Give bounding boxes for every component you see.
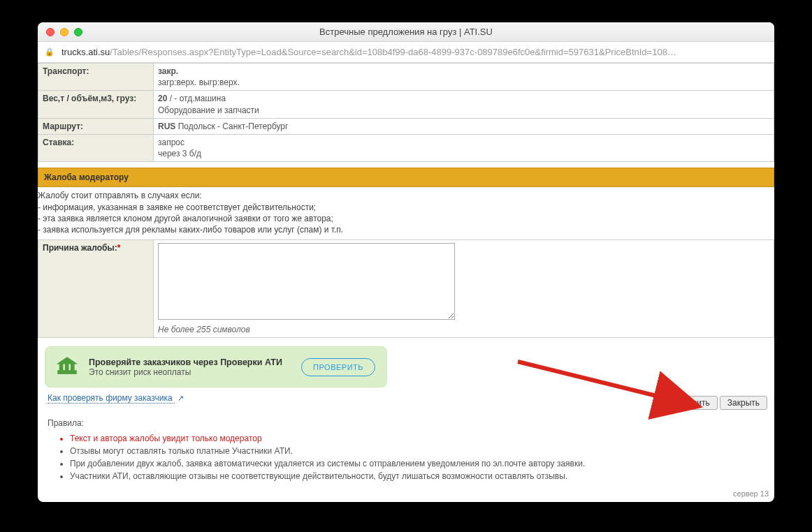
save-button[interactable]: Сохранить	[660, 396, 718, 410]
page-content: Транспорт: закр. загр:верх. выгр:верх. В…	[38, 63, 774, 502]
rules-section: Правила: Текст и автора жалобы увидит то…	[38, 410, 774, 488]
address-bar[interactable]: 🔒 trucks.ati.su /Tables/Responses.aspx?E…	[38, 42, 774, 63]
promo-text: Проверяйте заказчиков через Проверки АТИ…	[89, 357, 290, 377]
svg-rect-0	[60, 363, 62, 370]
transport-value: закр. загр:верх. выгр:верх.	[154, 64, 774, 91]
transport-label: Транспорт:	[38, 64, 154, 91]
route-label: Маршрут:	[38, 118, 154, 134]
rules-title: Правила:	[48, 418, 764, 428]
rule-2: Отзывы могут оставлять только платные Уч…	[70, 445, 764, 457]
reason-hint: Не более 255 символов	[158, 325, 769, 334]
weight-value: 20 / - отд.машина Оборудование и запчаст…	[154, 91, 774, 118]
reason-label-cell: Причина жалобы:*	[38, 240, 154, 338]
reason-input-cell: Не более 255 символов	[154, 240, 774, 338]
bank-icon	[57, 355, 78, 378]
rule-3: При добавлении двух жалоб, заявка автома…	[70, 457, 764, 470]
complaint-reason-textarea[interactable]	[158, 243, 455, 320]
maximize-window-button[interactable]	[74, 28, 82, 36]
reason-table: Причина жалобы:* Не более 255 символов	[38, 239, 774, 338]
load-info-table: Транспорт: закр. загр:верх. выгр:верх. В…	[38, 63, 774, 162]
promo-check-button[interactable]: ПРОВЕРИТЬ	[301, 358, 375, 376]
address-path: /Tables/Responses.aspx?EntityType=Load&S…	[110, 47, 676, 57]
promo-title: Проверяйте заказчиков через Проверки АТИ	[89, 357, 290, 367]
rule-1: Текст и автора жалобы увидит только моде…	[70, 432, 764, 445]
promo-subtitle: Это снизит риск неоплаты	[89, 367, 290, 377]
complaint-header: Жалоба модератору	[38, 168, 774, 187]
svg-rect-1	[66, 363, 68, 370]
browser-window: Встречные предложения на груз | ATI.SU 🔒…	[38, 22, 774, 502]
rate-label: Ставка:	[38, 134, 154, 161]
rate-value: запрос через 3 б/д	[154, 134, 774, 161]
external-link-icon: ↗	[177, 394, 184, 402]
rule-4: Участники АТИ, оставляющие отзывы не соо…	[70, 470, 764, 482]
minimize-window-button[interactable]	[60, 28, 68, 36]
promo-banner: Проверяйте заказчиков через Проверки АТИ…	[45, 346, 387, 387]
close-button[interactable]: Закрыть	[720, 396, 767, 410]
svg-rect-2	[71, 363, 73, 370]
route-value: RUS Подольск - Санкт-Петербург	[154, 118, 774, 134]
titlebar: Встречные предложения на груз | ATI.SU	[38, 22, 774, 42]
traffic-lights	[38, 28, 82, 36]
complaint-instructions: Жалобу стоит отправлять в случаях если: …	[38, 187, 774, 239]
required-asterisk: *	[117, 243, 121, 253]
close-window-button[interactable]	[46, 28, 55, 36]
address-host: trucks.ati.su	[61, 47, 110, 57]
window-title: Встречные предложения на груз | ATI.SU	[38, 27, 774, 37]
lock-icon: 🔒	[45, 47, 55, 57]
svg-rect-3	[59, 371, 76, 374]
how-to-check-link[interactable]: Как проверять фирму заказчика	[48, 393, 175, 404]
weight-label: Вес,т / объём,м3, груз:	[38, 91, 154, 118]
server-label: сервер 13	[38, 488, 774, 502]
